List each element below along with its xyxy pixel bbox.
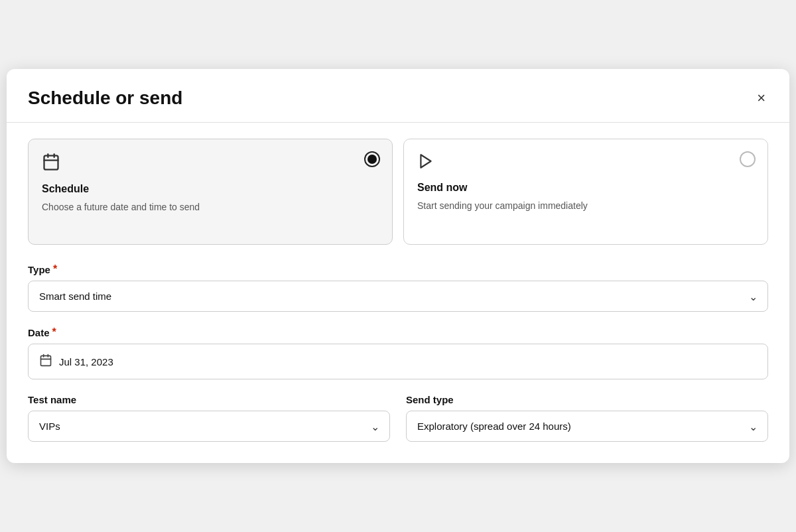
type-required-star: * <box>53 263 57 275</box>
schedule-radio[interactable] <box>364 151 380 167</box>
send-icon <box>417 153 754 174</box>
svg-rect-0 <box>44 156 58 170</box>
schedule-card-title: Schedule <box>42 183 379 195</box>
modal-body: Schedule Choose a future date and time t… <box>7 139 789 463</box>
date-value: Jul 31, 2023 <box>59 356 113 367</box>
test-name-select[interactable]: VIPs All contacts New subscribers <box>28 411 390 442</box>
svg-rect-5 <box>41 356 51 366</box>
type-label: Type * <box>28 263 768 275</box>
send-now-card-desc: Start sending your campaign immediately <box>417 199 754 213</box>
send-now-card-title: Send now <box>417 182 754 194</box>
test-name-select-wrapper: VIPs All contacts New subscribers ⌄ <box>28 411 390 442</box>
schedule-card-desc: Choose a future date and time to send <box>42 200 379 214</box>
type-section: Type * Smart send time Specific time Cus… <box>28 263 768 312</box>
modal-title: Schedule or send <box>28 88 182 109</box>
schedule-card[interactable]: Schedule Choose a future date and time t… <box>28 139 393 245</box>
calendar-icon <box>42 153 379 175</box>
send-type-section: Send type Exploratory (spread over 24 ho… <box>406 394 768 442</box>
send-now-radio[interactable] <box>740 151 756 167</box>
send-type-select[interactable]: Exploratory (spread over 24 hours) Focus… <box>406 411 768 442</box>
send-type-select-wrapper: Exploratory (spread over 24 hours) Focus… <box>406 411 768 442</box>
type-select[interactable]: Smart send time Specific time Custom <box>28 281 768 312</box>
close-button[interactable]: × <box>754 88 768 108</box>
svg-marker-4 <box>421 155 431 168</box>
option-cards: Schedule Choose a future date and time t… <box>28 139 768 245</box>
date-section: Date * Jul 31, 2023 <box>28 326 768 379</box>
header-divider <box>7 122 789 123</box>
test-name-section: Test name VIPs All contacts New subscrib… <box>28 394 390 442</box>
modal: Schedule or send × Schedule Choose a fut… <box>7 69 789 463</box>
date-calendar-icon <box>39 354 52 369</box>
type-select-wrapper: Smart send time Specific time Custom ⌄ <box>28 281 768 312</box>
bottom-row: Test name VIPs All contacts New subscrib… <box>28 394 768 442</box>
date-required-star: * <box>52 326 56 338</box>
send-type-label: Send type <box>406 394 768 405</box>
date-field[interactable]: Jul 31, 2023 <box>28 344 768 379</box>
modal-header: Schedule or send × <box>7 69 789 122</box>
send-now-card[interactable]: Send now Start sending your campaign imm… <box>403 139 768 245</box>
date-label: Date * <box>28 326 768 338</box>
test-name-label: Test name <box>28 394 390 405</box>
